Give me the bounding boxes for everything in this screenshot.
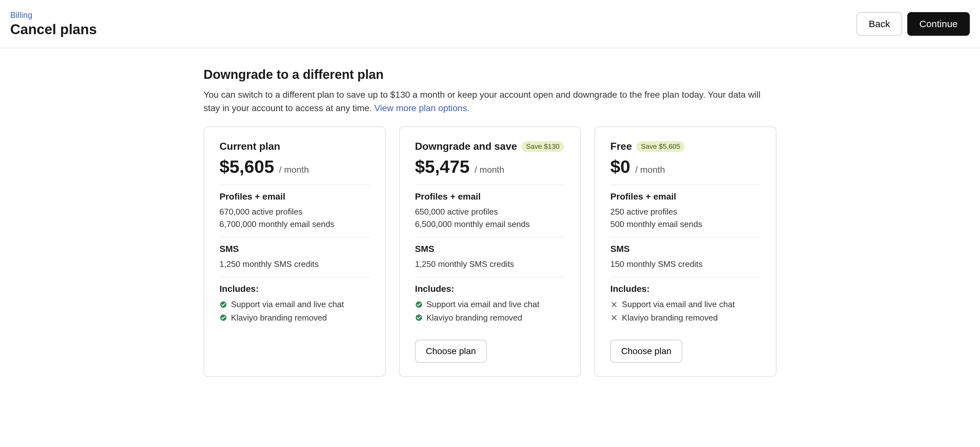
page-title: Cancel plans — [10, 21, 97, 37]
includes-heading: Includes: — [220, 284, 370, 294]
x-icon — [610, 301, 618, 308]
feature-label: Support via email and live chat — [231, 298, 344, 311]
top-actions: Back Continue — [856, 12, 970, 36]
includes-block: Includes: Support via email and live cha… — [220, 284, 370, 324]
profiles-email-heading: Profiles + email — [415, 192, 565, 202]
divider — [220, 185, 370, 185]
includes-block: Includes: Support via email and live cha… — [610, 284, 760, 324]
feature-label: Klaviyo branding removed — [231, 311, 327, 325]
feature-list: Support via email and live chat Klaviyo … — [220, 298, 370, 324]
sms-block: SMS 150 monthly SMS credits — [610, 244, 760, 270]
save-badge: Save $130 — [522, 141, 564, 152]
plan-header: Free Save $5,605 — [610, 140, 760, 152]
back-button[interactable]: Back — [856, 12, 902, 36]
profiles-email-block: Profiles + email 670,000 active profiles… — [220, 192, 370, 230]
feature-list: Support via email and live chat Klaviyo … — [415, 298, 565, 324]
divider — [415, 237, 565, 238]
section-description: You can switch to a different plan to sa… — [204, 88, 772, 115]
plan-title: Free — [610, 140, 632, 152]
includes-heading: Includes: — [610, 284, 760, 294]
main-content: Downgrade to a different plan You can sw… — [193, 67, 787, 377]
breadcrumb[interactable]: Billing — [10, 10, 97, 20]
profiles-email-heading: Profiles + email — [610, 192, 760, 202]
plan-card-free: Free Save $5,605 $0 / month Profiles + e… — [594, 126, 776, 377]
divider — [415, 185, 565, 185]
plan-card-downgrade: Downgrade and save Save $130 $5,475 / mo… — [399, 126, 581, 377]
feature-label: Klaviyo branding removed — [622, 311, 718, 325]
profiles-email-heading: Profiles + email — [220, 192, 370, 202]
x-icon — [610, 314, 618, 321]
includes-block: Includes: Support via email and live cha… — [415, 284, 565, 324]
plan-price: $0 / month — [610, 156, 760, 177]
price-amount: $0 — [610, 156, 630, 177]
sms-heading: SMS — [220, 244, 370, 254]
active-profiles: 670,000 active profiles — [220, 206, 370, 218]
feature-label: Support via email and live chat — [426, 298, 539, 311]
check-icon — [220, 301, 227, 308]
sms-credits: 1,250 monthly SMS credits — [415, 258, 565, 270]
active-profiles: 650,000 active profiles — [415, 206, 565, 218]
plan-title: Current plan — [220, 140, 280, 152]
feature-support: Support via email and live chat — [220, 298, 370, 311]
price-unit: / month — [475, 165, 504, 175]
plan-price: $5,605 / month — [220, 156, 370, 177]
active-profiles: 250 active profiles — [610, 206, 760, 218]
plan-title: Downgrade and save — [415, 140, 517, 152]
plans-grid: Current plan $5,605 / month Profiles + e… — [204, 126, 776, 377]
feature-branding: Klaviyo branding removed — [415, 311, 565, 325]
feature-label: Support via email and live chat — [622, 298, 735, 311]
divider — [610, 237, 760, 238]
section-title: Downgrade to a different plan — [204, 67, 776, 82]
divider — [220, 277, 370, 278]
check-icon — [220, 314, 227, 321]
view-more-plan-options-link[interactable]: View more plan options. — [374, 103, 469, 113]
sms-heading: SMS — [415, 244, 565, 254]
email-sends: 6,500,000 monthly email sends — [415, 218, 565, 230]
sms-block: SMS 1,250 monthly SMS credits — [415, 244, 565, 270]
plan-header: Downgrade and save Save $130 — [415, 140, 565, 152]
section-desc-text: You can switch to a different plan to sa… — [204, 90, 760, 113]
sms-block: SMS 1,250 monthly SMS credits — [220, 244, 370, 270]
sms-credits: 1,250 monthly SMS credits — [220, 258, 370, 270]
feature-support: Support via email and live chat — [610, 298, 760, 311]
price-amount: $5,475 — [415, 156, 469, 177]
feature-list: Support via email and live chat Klaviyo … — [610, 298, 760, 324]
feature-support: Support via email and live chat — [415, 298, 565, 311]
feature-label: Klaviyo branding removed — [426, 311, 523, 325]
includes-heading: Includes: — [415, 284, 565, 294]
divider — [415, 277, 565, 278]
divider — [610, 277, 760, 278]
divider — [220, 237, 370, 238]
email-sends: 500 monthly email sends — [610, 218, 760, 230]
feature-branding: Klaviyo branding removed — [220, 311, 370, 325]
sms-heading: SMS — [610, 244, 760, 254]
price-amount: $5,605 — [220, 156, 274, 177]
email-sends: 6,700,000 monthly email sends — [220, 218, 370, 230]
continue-button[interactable]: Continue — [907, 12, 970, 36]
profiles-email-block: Profiles + email 650,000 active profiles… — [415, 192, 565, 230]
top-bar: Billing Cancel plans Back Continue — [0, 0, 980, 48]
feature-branding: Klaviyo branding removed — [610, 311, 760, 325]
divider — [610, 185, 760, 185]
check-icon — [415, 301, 423, 308]
check-icon — [415, 314, 423, 321]
sms-credits: 150 monthly SMS credits — [610, 258, 760, 270]
save-badge: Save $5,605 — [636, 141, 685, 152]
title-group: Billing Cancel plans — [10, 10, 97, 37]
plan-header: Current plan — [220, 140, 370, 152]
profiles-email-block: Profiles + email 250 active profiles 500… — [610, 192, 760, 230]
choose-plan-button[interactable]: Choose plan — [610, 340, 682, 363]
plan-card-current: Current plan $5,605 / month Profiles + e… — [204, 126, 386, 377]
price-unit: / month — [279, 165, 309, 175]
plan-price: $5,475 / month — [415, 156, 565, 177]
choose-plan-button[interactable]: Choose plan — [415, 340, 487, 363]
price-unit: / month — [635, 165, 665, 175]
